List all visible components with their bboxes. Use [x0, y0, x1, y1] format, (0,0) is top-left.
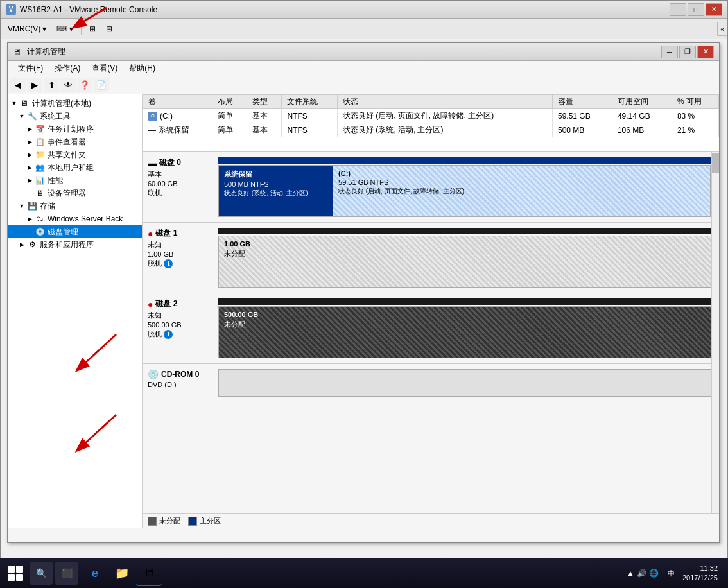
forward-btn[interactable]: ▶	[27, 78, 42, 92]
wsb-icon: 🗂	[35, 214, 45, 224]
part0-c-name: (C:)	[338, 169, 705, 177]
show-hide-btn[interactable]: 👁	[60, 78, 76, 92]
col-vol: 卷	[143, 95, 212, 109]
disk0-partition-c[interactable]: (C:) 59.51 GB NTFS 状态良好 (启动, 页面文件, 故障转储,…	[333, 166, 711, 216]
taskbar-vmrc-app[interactable]: 🖥	[136, 560, 162, 586]
sidebar-item-event-viewer[interactable]: ▶ 📋 事件查看器	[8, 135, 142, 148]
col-pct: % 可用	[672, 95, 718, 109]
expand-sys[interactable]: ▼	[18, 112, 26, 120]
disk1-info-btn[interactable]: ℹ	[164, 259, 173, 268]
sidebar-item-shared-folders[interactable]: ▶ 📁 共享文件夹	[8, 148, 142, 161]
help-btn[interactable]: ❓	[77, 78, 92, 92]
sidebar-item-task-scheduler[interactable]: ▶ 📅 任务计划程序	[8, 123, 142, 135]
clock-time: 11:32	[682, 564, 718, 573]
expand-task[interactable]: ▶	[26, 125, 33, 133]
sidebar-item-performance[interactable]: ▶ 📊 性能	[8, 174, 142, 187]
disk2-type: 未知	[148, 311, 213, 320]
menu-help[interactable]: 帮助(H)	[124, 62, 160, 75]
task-view-btn[interactable]: ⬛	[55, 562, 78, 585]
tray-volume-icon[interactable]: 🔊	[637, 569, 646, 578]
task-scheduler-icon: 📅	[35, 124, 45, 134]
fullscreen-icon: ⊞	[89, 24, 96, 33]
expand-event[interactable]: ▶	[26, 138, 33, 146]
expand-users[interactable]: ▶	[26, 164, 33, 171]
sidebar-label-task-scheduler: 任务计划程序	[48, 124, 94, 135]
ie-icon: e	[92, 567, 98, 580]
vol2-label: 系统保留	[159, 125, 189, 135]
cm-icon: 🖥	[13, 47, 23, 57]
disk2-info-btn[interactable]: ℹ	[164, 330, 173, 339]
cm-minimize-btn[interactable]: ─	[661, 46, 678, 58]
taskbar-search-btn[interactable]: 🔍	[30, 562, 53, 585]
viz-scrollbar[interactable]	[711, 152, 719, 513]
performance-icon: 📊	[35, 175, 45, 186]
col-type: 类型	[247, 95, 282, 109]
cm-restore-btn[interactable]: ❐	[679, 46, 696, 58]
export-btn[interactable]: 📄	[94, 78, 109, 92]
up-btn[interactable]: ⬆	[44, 78, 59, 92]
vmrc-unity-btn[interactable]: ⊟	[101, 21, 117, 37]
vmrc-maximize-btn[interactable]: □	[688, 3, 704, 16]
clock[interactable]: 11:32 2017/12/25	[680, 564, 720, 584]
taskbar-explorer[interactable]: 📁	[109, 560, 135, 586]
expand-services[interactable]: ▶	[18, 241, 26, 248]
sidebar-item-system-tools[interactable]: ▼ 🔧 系统工具	[8, 110, 142, 123]
scroll-thumb[interactable]	[712, 153, 719, 173]
cell-status: 状态良好 (启动, 页面文件, 故障转储, 主分区)	[337, 109, 552, 123]
vmrc-toolbar-btn2[interactable]: ⌨ ▾	[52, 21, 78, 37]
part2-unalloc-label: 未分配	[224, 320, 706, 329]
expand-storage[interactable]: ▼	[18, 202, 26, 210]
cm-menu-bar: 文件(F) 操作(A) 查看(V) 帮助(H)	[8, 61, 719, 76]
disk-mgmt-icon: 💿	[35, 227, 45, 237]
tray-icons: ▲ 🔊 🌐	[623, 569, 663, 578]
sidebar-item-wsb[interactable]: ▶ 🗂 Windows Server Back	[8, 212, 142, 225]
expand-root[interactable]: ▼	[10, 99, 18, 107]
cdrom0-info: 💿 CD-ROM 0 DVD (D:)	[148, 369, 218, 397]
sidebar-item-device-manager[interactable]: ▶ 🖥 设备管理器	[8, 187, 142, 200]
disk1-partitions-row: 1.00 GB 未分配	[218, 236, 711, 288]
toolbar-separator	[81, 22, 82, 35]
vmrc-close-btn[interactable]: ✕	[706, 3, 722, 16]
expand-perf[interactable]: ▶	[26, 177, 33, 184]
sidebar-item-local-users[interactable]: ▶ 👥 本地用户和组	[8, 161, 142, 174]
disk0-partition-sys[interactable]: 系统保留 500 MB NTFS 状态良好 (系统, 活动, 主分区)	[219, 166, 333, 216]
sidebar-label-disk-mgmt: 磁盘管理	[48, 227, 78, 238]
event-viewer-icon: 📋	[35, 137, 45, 147]
disk1-type: 未知	[148, 240, 213, 250]
cell-pct2: 21 %	[672, 123, 718, 137]
part0-c-status: 状态良好 (启动, 页面文件, 故障转储, 主分区)	[338, 187, 705, 196]
vmrc-minimize-btn[interactable]: ─	[670, 3, 686, 16]
cm-title-bar: 🖥 计算机管理 ─ ❐ ✕	[8, 43, 719, 61]
menu-file[interactable]: 文件(F)	[13, 62, 48, 75]
sidebar-item-services[interactable]: ▶ ⚙ 服务和应用程序	[8, 238, 142, 251]
tray-expand-icon[interactable]: ▲	[627, 569, 634, 578]
table-row[interactable]: — 系统保留 简单 基本 NTFS 状态良好 (系统, 活动, 主分区) 500…	[143, 123, 719, 137]
taskbar-ie[interactable]: e	[82, 560, 108, 586]
menu-action[interactable]: 操作(A)	[49, 62, 85, 75]
vmrc-collapse-icon[interactable]: «	[717, 22, 727, 36]
disk1-partition-unalloc[interactable]: 1.00 GB 未分配	[219, 236, 711, 287]
disk1-info: ● 磁盘 1 未知 1.00 GB 脱机 ℹ	[148, 228, 218, 288]
vmrc-fullscreen-btn[interactable]: ⊞	[85, 21, 100, 37]
back-btn[interactable]: ◀	[10, 78, 26, 92]
sidebar-label-system-tools: 系统工具	[40, 111, 71, 122]
vmrc-app-icon: 🖥	[143, 566, 155, 580]
expand-shared[interactable]: ▶	[26, 151, 33, 159]
tray-network-icon[interactable]: 🌐	[649, 569, 659, 578]
disk2-partition-unalloc[interactable]: 500.00 GB 未分配	[219, 307, 711, 358]
sidebar-item-storage[interactable]: ▼ 💾 存储	[8, 200, 142, 212]
disk2-container: ● 磁盘 2 未知 500.00 GB 脱机 ℹ	[143, 293, 719, 364]
sidebar-item-root[interactable]: ▼ 🖥 计算机管理(本地)	[8, 97, 142, 110]
menu-view[interactable]: 查看(V)	[87, 62, 123, 75]
task-view-icon: ⬛	[62, 568, 73, 578]
cm-close-btn[interactable]: ✕	[697, 46, 714, 58]
vmrc-menu-btn[interactable]: VMRC(V) ▾	[3, 21, 51, 37]
cell-layout2: 简单	[212, 123, 247, 137]
vmrc-toolbar: VMRC(V) ▾ ⌨ ▾ ⊞ ⊟ «	[1, 19, 727, 39]
input-language[interactable]: 中	[665, 567, 677, 580]
expand-wsb[interactable]: ▶	[26, 215, 33, 223]
table-row[interactable]: C (C:) 简单 基本 NTFS 状态良好 (启动, 页面文件, 故障转储, …	[143, 109, 719, 123]
explorer-icon: 📁	[115, 566, 129, 580]
start-button[interactable]	[3, 560, 28, 586]
sidebar-item-disk-mgmt[interactable]: ▶ 💿 磁盘管理	[8, 225, 142, 238]
